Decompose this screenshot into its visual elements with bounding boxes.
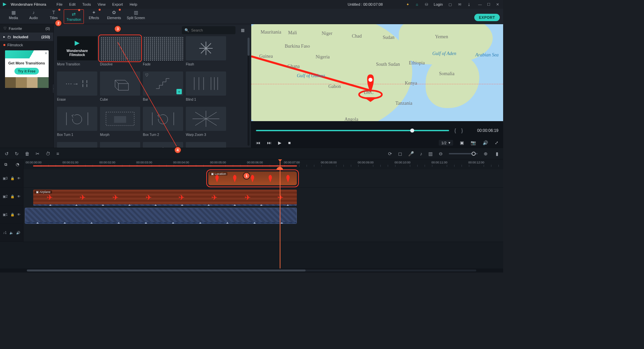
- heart-outline-icon[interactable]: ♡: [145, 73, 149, 78]
- zoom-out-icon[interactable]: ⊖: [439, 151, 443, 156]
- transition-erase[interactable]: ⋯→ ╎╎Erase: [57, 71, 97, 101]
- track-body[interactable]: ▣ Location: [23, 169, 503, 187]
- login-button[interactable]: Login: [433, 2, 443, 6]
- transition-flash[interactable]: Flash: [186, 36, 226, 66]
- export-button[interactable]: EXPORT: [474, 14, 500, 21]
- eye-icon[interactable]: 👁: [17, 213, 20, 216]
- tab-titles[interactable]: T Titles: [44, 9, 64, 24]
- idea-icon[interactable]: ✦: [405, 2, 410, 7]
- transition-cube[interactable]: Cube: [100, 71, 140, 101]
- cat-favorite[interactable]: ♡ Favorite (0): [0, 24, 53, 33]
- scissors-icon[interactable]: ✂: [276, 167, 283, 169]
- track-head[interactable]: ♪1 🔈 🔊: [0, 224, 23, 242]
- render-icon[interactable]: ⟳: [388, 151, 392, 156]
- tracks-area[interactable]: ▣3 🔒 👁 ▣ Location ▣2 🔒 👁 ▣ Airplane ✈✈✈✈…: [0, 169, 503, 268]
- step-fwd-icon[interactable]: ⏭: [267, 140, 271, 145]
- preview-progress-bar[interactable]: [256, 130, 449, 131]
- search-input[interactable]: [191, 28, 233, 32]
- stop-icon[interactable]: ■: [288, 140, 291, 145]
- mail-icon[interactable]: ✉: [457, 2, 462, 7]
- transition-row5d[interactable]: ← ╎ ⋯→: [186, 142, 226, 148]
- transition-blind1[interactable]: Blind 1: [186, 71, 226, 101]
- track-body[interactable]: [23, 224, 503, 242]
- zoom-in-icon[interactable]: ⊕: [484, 151, 488, 156]
- split-icon[interactable]: ✂: [36, 151, 40, 156]
- window-close[interactable]: ✕: [494, 1, 501, 7]
- transition-more[interactable]: WondershareFilmstockMore Transition: [57, 36, 97, 66]
- transition-bar[interactable]: ♡＋Bar: [143, 71, 183, 101]
- track-head[interactable]: ▣1 🔒 👁: [0, 206, 23, 223]
- clip-location[interactable]: ▣ Location: [208, 171, 297, 185]
- lock-icon[interactable]: 🔒: [10, 213, 14, 216]
- search-input-wrap[interactable]: 🔍: [182, 26, 235, 34]
- promo-cta[interactable]: Try it Free: [14, 68, 39, 74]
- step-back-icon[interactable]: ⏮: [256, 140, 260, 145]
- voice-icon[interactable]: 🎤: [408, 151, 414, 156]
- menu-edit[interactable]: Edit: [67, 2, 78, 6]
- transition-warpzoom3[interactable]: Warp Zoom 3: [186, 107, 226, 137]
- speed-icon[interactable]: ⏱: [46, 151, 50, 156]
- transition-row5a[interactable]: ⋯→ ╎╎: [57, 142, 97, 148]
- preview-scale[interactable]: 1/2 ▾: [439, 140, 453, 146]
- vol-icon[interactable]: 🔊: [16, 231, 20, 235]
- ripple-icon[interactable]: ◔: [16, 162, 19, 167]
- overview-icon[interactable]: ▮: [496, 151, 498, 156]
- download-icon[interactable]: ⭳: [466, 2, 472, 7]
- promo-card[interactable]: × Get More Transitions Try it Free: [5, 50, 49, 88]
- menu-help[interactable]: Help: [127, 2, 140, 6]
- fullscreen-icon[interactable]: ⤢: [495, 140, 498, 145]
- track-body[interactable]: ▣ Airplane ✈✈✈✈✈✈✈✈: [23, 188, 503, 208]
- menu-tools[interactable]: Tools: [80, 2, 93, 6]
- transition-row5b[interactable]: [100, 142, 140, 148]
- tab-transition[interactable]: ⇄ Transition: [64, 9, 84, 24]
- tab-effects[interactable]: ✦ Effects: [84, 9, 104, 24]
- marker-in-icon[interactable]: {: [454, 128, 456, 133]
- transition-boxturn1[interactable]: Box Turn 1: [57, 107, 97, 137]
- snap-icon[interactable]: ⧉: [4, 162, 7, 167]
- window-maximize[interactable]: ☐: [485, 1, 492, 7]
- mixin-icon[interactable]: ▥: [428, 151, 433, 156]
- tab-audio[interactable]: ♪ Audio: [23, 9, 44, 24]
- eye-icon[interactable]: 👁: [17, 177, 20, 180]
- preview-viewport[interactable]: MauritaniaMaliNigerChadSudanYemenBurkina…: [251, 24, 503, 121]
- clip-airplane[interactable]: ▣ Airplane ✈✈✈✈✈✈✈✈: [33, 190, 297, 206]
- eye-icon[interactable]: 👁: [17, 195, 20, 198]
- snapshot-icon[interactable]: 📷: [471, 140, 476, 145]
- menu-export[interactable]: Export: [110, 2, 125, 6]
- zoom-slider[interactable]: [449, 153, 478, 154]
- marker-icon[interactable]: ◻: [398, 151, 402, 156]
- transition-row5c[interactable]: [143, 142, 183, 148]
- tab-media[interactable]: ▦ Media: [3, 9, 23, 24]
- close-icon[interactable]: ×: [45, 51, 47, 56]
- grid-toggle-button[interactable]: ▦: [239, 27, 246, 34]
- transition-fade[interactable]: Fade: [143, 36, 183, 66]
- clip-slow[interactable]: Slow 0.50x: [25, 208, 297, 224]
- delete-icon[interactable]: 🗑: [25, 151, 30, 156]
- tab-elements[interactable]: ✿ Elements: [104, 9, 124, 24]
- grid-scrollbar[interactable]: [248, 38, 250, 146]
- cat-filmstock[interactable]: Filmstock: [0, 41, 53, 49]
- transition-dissolve[interactable]: Dissolve: [100, 36, 140, 66]
- track-head[interactable]: ▣3 🔒 👁: [0, 169, 23, 187]
- track-body[interactable]: Slow 0.50x: [23, 206, 503, 226]
- safe-zone-icon[interactable]: ▣: [460, 140, 464, 145]
- gift-icon[interactable]: ⛁: [424, 2, 429, 7]
- headset-icon[interactable]: ⌂: [414, 2, 420, 7]
- timeline-h-scroll[interactable]: [0, 268, 503, 272]
- time-ruler[interactable]: 00:00:00:0000:00:01:0000:00:02:0000:00:0…: [23, 159, 503, 169]
- adjust-icon[interactable]: ≡: [56, 151, 59, 156]
- redo-icon[interactable]: ↻: [15, 151, 19, 156]
- undo-icon[interactable]: ↺: [5, 151, 9, 156]
- window-minimize[interactable]: —: [476, 1, 484, 7]
- menu-file[interactable]: File: [54, 2, 65, 6]
- cat-included[interactable]: ▸ 🗀 Included (233): [0, 33, 53, 41]
- volume-icon[interactable]: 🔊: [483, 140, 488, 145]
- save-icon[interactable]: ▢: [447, 2, 453, 7]
- mute-icon[interactable]: 🔈: [9, 231, 13, 235]
- music-icon[interactable]: ♪: [420, 151, 422, 156]
- lock-icon[interactable]: 🔒: [10, 195, 14, 198]
- transition-boxturn2[interactable]: Box Turn 2: [143, 107, 183, 137]
- play-icon[interactable]: ▶: [278, 140, 281, 145]
- marker-out-icon[interactable]: }: [461, 128, 463, 133]
- transition-morph[interactable]: Morph: [100, 107, 140, 137]
